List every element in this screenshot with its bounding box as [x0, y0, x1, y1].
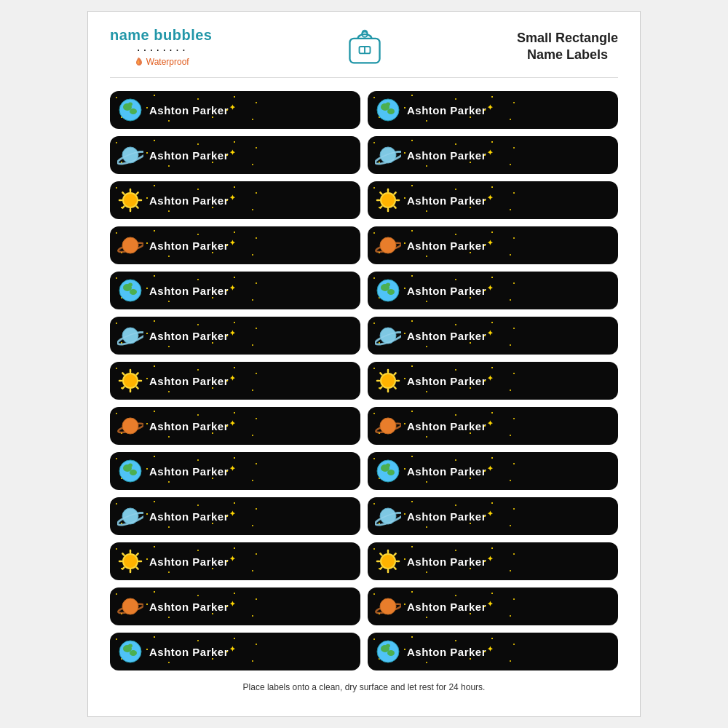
planet-icon: [117, 458, 143, 484]
planet-icon: [375, 638, 401, 665]
label-item: Ashton Parker✦: [368, 272, 618, 309]
planet-icon: [375, 593, 401, 620]
svg-line-31: [136, 192, 138, 194]
label-item: Ashton Parker✦: [368, 317, 618, 355]
labels-grid: Ashton Parker✦ Ashton Parker✦ Ashton Par…: [110, 91, 618, 670]
waterproof-label: Waterproof: [133, 57, 189, 67]
svg-point-77: [381, 374, 395, 387]
sheet-header: name bubbles · · · · · · · · Waterproof …: [110, 26, 618, 78]
label-name: Ashton Parker✦: [407, 510, 611, 523]
svg-point-67: [124, 374, 137, 387]
svg-point-12: [386, 103, 390, 106]
svg-line-119: [136, 553, 138, 555]
svg-point-56: [386, 283, 390, 287]
planet-icon: [117, 142, 143, 168]
label-item: Ashton Parker✦: [368, 542, 618, 580]
label-item: Ashton Parker✦: [368, 452, 618, 490]
label-name: Ashton Parker✦: [149, 329, 353, 342]
svg-point-99: [387, 470, 395, 475]
label-name: Ashton Parker✦: [149, 645, 353, 658]
label-name: Ashton Parker✦: [149, 600, 353, 613]
flame-icon: [133, 57, 143, 67]
svg-line-75: [136, 373, 138, 374]
product-title: Small Rectangle Name Labels: [517, 30, 618, 64]
svg-point-100: [386, 464, 390, 467]
planet-icon: [375, 97, 401, 123]
svg-point-111: [124, 555, 137, 568]
planet-icon: [117, 368, 143, 394]
svg-line-117: [122, 553, 124, 555]
label-name: Ashton Parker✦: [407, 464, 611, 478]
label-name: Ashton Parker✦: [149, 464, 353, 478]
label-item: Ashton Parker✦: [368, 226, 618, 264]
label-name: Ashton Parker✦: [407, 374, 611, 387]
svg-line-81: [380, 387, 381, 388]
label-item: Ashton Parker✦: [110, 542, 360, 580]
label-sheet: name bubbles · · · · · · · · Waterproof …: [87, 11, 641, 717]
svg-point-55: [387, 289, 395, 295]
label-name: Ashton Parker✦: [407, 600, 611, 613]
svg-point-95: [128, 464, 132, 467]
svg-point-51: [128, 283, 132, 287]
planet-icon: [117, 187, 143, 213]
label-name: Ashton Parker✦: [407, 194, 611, 207]
label-item: Ashton Parker✦: [110, 226, 360, 264]
svg-line-25: [136, 206, 138, 207]
svg-point-138: [130, 650, 137, 656]
planet-icon: [117, 593, 143, 620]
planet-icon: [117, 413, 143, 439]
svg-line-73: [122, 373, 124, 374]
label-item: Ashton Parker✦: [110, 136, 360, 174]
label-name: Ashton Parker✦: [149, 374, 353, 387]
svg-line-29: [122, 192, 124, 194]
svg-line-115: [122, 567, 124, 569]
planet-icon: [375, 458, 401, 484]
planet-icon: [375, 413, 401, 439]
label-item: Ashton Parker✦: [368, 587, 618, 625]
label-item: Ashton Parker✦: [110, 452, 360, 490]
svg-line-113: [136, 567, 138, 569]
label-name: Ashton Parker✦: [407, 555, 611, 568]
brand-dots: · · · · · · · ·: [137, 44, 186, 57]
label-item: Ashton Parker✦: [368, 362, 618, 400]
label-name: Ashton Parker✦: [149, 149, 353, 162]
label-name: Ashton Parker✦: [407, 419, 611, 432]
svg-point-139: [128, 644, 132, 648]
label-name: Ashton Parker✦: [407, 103, 611, 116]
label-item: Ashton Parker✦: [110, 407, 360, 445]
svg-point-6: [130, 108, 137, 114]
label-item: Ashton Parker✦: [368, 497, 618, 535]
svg-line-127: [380, 553, 381, 555]
svg-point-50: [130, 289, 137, 295]
svg-point-11: [387, 108, 395, 114]
planet-icon: [375, 503, 401, 529]
planet-icon: [375, 368, 401, 394]
svg-point-121: [381, 555, 395, 568]
svg-line-27: [122, 206, 124, 207]
svg-line-37: [380, 206, 381, 207]
brand-column: name bubbles · · · · · · · · Waterproof: [110, 27, 212, 67]
label-item: Ashton Parker✦: [110, 317, 360, 355]
footer-note: Place labels onto a clean, dry surface a…: [243, 682, 486, 692]
planet-icon: [375, 142, 401, 168]
svg-point-143: [387, 650, 395, 656]
planet-icon: [375, 277, 401, 304]
svg-line-39: [380, 192, 381, 194]
label-item: Ashton Parker✦: [110, 497, 360, 535]
label-name: Ashton Parker✦: [149, 419, 353, 432]
label-item: Ashton Parker✦: [110, 362, 360, 400]
label-name: Ashton Parker✦: [407, 284, 611, 297]
label-name: Ashton Parker✦: [407, 239, 611, 252]
label-name: Ashton Parker✦: [407, 329, 611, 342]
label-item: Ashton Parker✦: [110, 587, 360, 625]
planet-icon: [375, 187, 401, 213]
label-name: Ashton Parker✦: [149, 284, 353, 297]
planet-icon: [117, 548, 143, 574]
svg-point-94: [130, 470, 137, 475]
label-item: Ashton Parker✦: [110, 181, 360, 219]
planet-icon: [375, 232, 401, 258]
label-name: Ashton Parker✦: [149, 239, 353, 252]
label-item: Ashton Parker✦: [368, 181, 618, 219]
svg-line-125: [380, 567, 381, 569]
planet-icon: [375, 548, 401, 574]
